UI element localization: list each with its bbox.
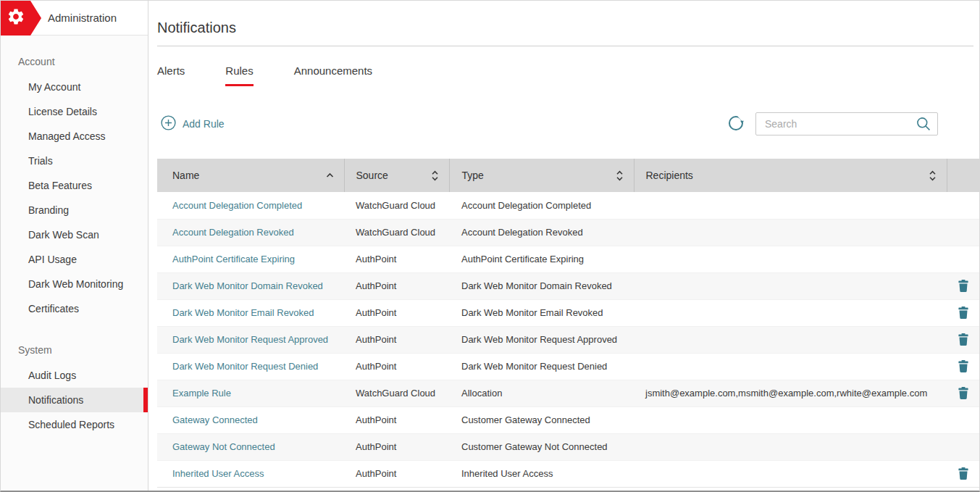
- rule-name-link[interactable]: Account Delegation Revoked: [172, 227, 294, 238]
- sidebar-item-license-details[interactable]: License Details: [1, 99, 148, 124]
- column-header-name[interactable]: Name: [157, 159, 344, 192]
- cell-recipients: [634, 406, 947, 433]
- plus-circle-icon: [161, 115, 176, 133]
- cell-source: AuthPoint: [344, 299, 449, 326]
- refresh-icon: [727, 114, 745, 134]
- trash-icon: [958, 307, 968, 319]
- table-row: Inherited User AccessAuthPointInherited …: [157, 460, 979, 487]
- cell-name: Dark Web Monitor Request Denied: [157, 353, 344, 380]
- cell-type: Account Delegation Revoked: [449, 219, 634, 246]
- rule-name-link[interactable]: Example Rule: [172, 388, 231, 399]
- gear-icon: [7, 7, 25, 29]
- table-row: Gateway ConnectedAuthPointCustomer Gatew…: [157, 406, 979, 433]
- logo-bar: Administration: [1, 1, 148, 36]
- cell-name: Inherited User Access: [157, 460, 344, 487]
- refresh-button[interactable]: [727, 114, 745, 134]
- cell-recipients: [634, 460, 947, 487]
- cell-actions: [947, 246, 979, 272]
- trash-icon: [958, 387, 968, 399]
- admin-window: Administration AccountMy AccountLicense …: [0, 0, 980, 492]
- tab-alerts[interactable]: Alerts: [157, 64, 185, 86]
- cell-type: Customer Gateway Connected: [449, 406, 634, 433]
- cell-actions: [947, 272, 979, 299]
- add-rule-button[interactable]: Add Rule: [161, 115, 225, 133]
- delete-rule-button[interactable]: [954, 358, 973, 375]
- column-header-type[interactable]: Type: [449, 159, 634, 192]
- sort-asc-icon: [326, 172, 334, 178]
- sidebar-item-branding[interactable]: Branding: [1, 198, 148, 222]
- rule-name-link[interactable]: Dark Web Monitor Request Denied: [172, 361, 318, 372]
- column-label: Source: [356, 170, 388, 181]
- rule-name-link[interactable]: Inherited User Access: [172, 468, 264, 479]
- sidebar-item-beta-features[interactable]: Beta Features: [1, 173, 148, 198]
- search-icon[interactable]: [916, 116, 931, 132]
- column-header-source[interactable]: Source: [344, 159, 449, 192]
- cell-type: Dark Web Monitor Domain Revoked: [449, 272, 634, 299]
- tab-announcements[interactable]: Announcements: [294, 64, 372, 86]
- sidebar-item-trials[interactable]: Trials: [1, 149, 148, 173]
- cell-name: Dark Web Monitor Email Revoked: [157, 299, 344, 326]
- delete-rule-button[interactable]: [954, 465, 973, 482]
- cell-type: Customer Gateway Not Connected: [449, 433, 634, 460]
- cell-source: AuthPoint: [344, 326, 449, 353]
- column-label: Recipients: [646, 170, 693, 181]
- tab-rules[interactable]: Rules: [225, 64, 253, 86]
- sidebar-section-system: SystemAudit LogsNotificationsScheduled R…: [1, 338, 148, 437]
- page-title: Notifications: [157, 20, 973, 36]
- cell-name: Dark Web Monitor Domain Revoked: [157, 272, 344, 299]
- cell-name: Gateway Not Connected: [157, 433, 344, 460]
- sidebar-item-managed-access[interactable]: Managed Access: [1, 124, 148, 149]
- column-label: Type: [462, 170, 484, 181]
- sidebar-item-scheduled-reports[interactable]: Scheduled Reports: [1, 412, 148, 437]
- cell-type: AuthPoint Certificate Expiring: [449, 246, 634, 272]
- rule-name-link[interactable]: Dark Web Monitor Email Revoked: [172, 307, 314, 318]
- column-header-recipients[interactable]: Recipients: [634, 159, 947, 192]
- add-rule-label: Add Rule: [183, 118, 225, 130]
- table-row: Dark Web Monitor Email RevokedAuthPointD…: [157, 299, 979, 326]
- cell-actions: [947, 406, 979, 433]
- sidebar-item-audit-logs[interactable]: Audit Logs: [1, 363, 148, 388]
- cell-source: WatchGuard Cloud: [344, 192, 449, 219]
- rule-name-link[interactable]: Dark Web Monitor Domain Revoked: [172, 280, 323, 291]
- rule-name-link[interactable]: Gateway Connected: [172, 414, 258, 425]
- sidebar-item-dark-web-monitoring[interactable]: Dark Web Monitoring: [1, 272, 148, 296]
- sidebar-item-my-account[interactable]: My Account: [1, 75, 148, 99]
- column-header-actions: [947, 159, 979, 192]
- table-row: Dark Web Monitor Request DeniedAuthPoint…: [157, 353, 979, 380]
- cell-source: AuthPoint: [344, 406, 449, 433]
- toolbar: Add Rule: [157, 112, 979, 135]
- cell-actions: [947, 219, 979, 246]
- cell-type: Dark Web Monitor Request Denied: [449, 353, 634, 380]
- search-input[interactable]: [755, 112, 938, 135]
- rule-name-link[interactable]: AuthPoint Certificate Expiring: [172, 254, 295, 264]
- delete-rule-button[interactable]: [954, 331, 973, 348]
- cell-recipients: [634, 219, 947, 246]
- delete-rule-button[interactable]: [954, 278, 973, 294]
- table-row: Account Delegation CompletedWatchGuard C…: [157, 192, 979, 219]
- rule-name-link[interactable]: Gateway Not Connected: [172, 441, 275, 452]
- cell-name: Example Rule: [157, 380, 344, 406]
- trash-icon: [958, 360, 968, 372]
- sidebar-section-label: System: [1, 338, 148, 363]
- trash-icon: [958, 280, 968, 292]
- delete-rule-button[interactable]: [954, 304, 973, 321]
- sidebar-item-dark-web-scan[interactable]: Dark Web Scan: [1, 222, 148, 247]
- sidebar-item-notifications[interactable]: Notifications: [1, 388, 148, 412]
- delete-rule-button[interactable]: [954, 385, 973, 401]
- sort-icon: [929, 170, 937, 181]
- cell-actions: [947, 353, 979, 380]
- watchguard-logo: [1, 1, 30, 36]
- cell-source: AuthPoint: [344, 246, 449, 272]
- cell-source: WatchGuard Cloud: [344, 219, 449, 246]
- sidebar-item-api-usage[interactable]: API Usage: [1, 247, 148, 272]
- cell-actions: [947, 460, 979, 487]
- cell-recipients: [634, 246, 947, 272]
- cell-recipients: [634, 192, 947, 219]
- trash-icon: [958, 467, 968, 480]
- sidebar-item-certificates[interactable]: Certificates: [1, 296, 148, 321]
- main-content: Notifications AlertsRulesAnnouncements A…: [148, 1, 979, 491]
- cell-name: Dark Web Monitor Request Approved: [157, 326, 344, 353]
- rules-table-wrap: NameSourceTypeRecipients Account Delegat…: [157, 159, 979, 488]
- rule-name-link[interactable]: Dark Web Monitor Request Approved: [172, 334, 328, 345]
- rule-name-link[interactable]: Account Delegation Completed: [172, 200, 302, 211]
